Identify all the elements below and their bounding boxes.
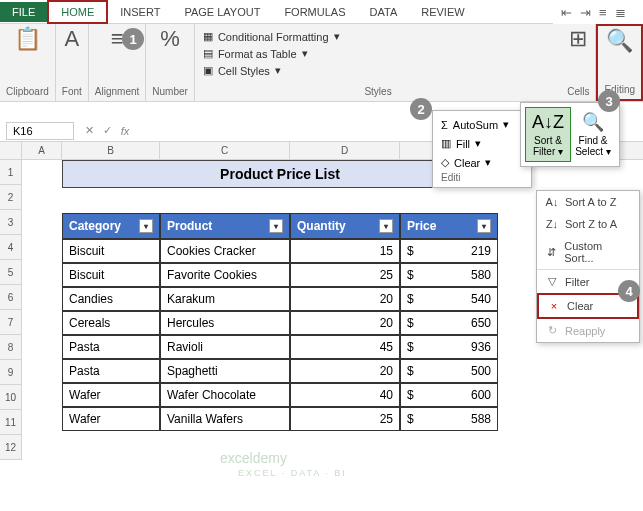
cell-product[interactable]: Ravioli xyxy=(160,335,290,359)
cell-product[interactable]: Hercules xyxy=(160,311,290,335)
cell-quantity[interactable]: 40 xyxy=(290,383,400,407)
sort-za-item[interactable]: Z↓Sort Z to A xyxy=(537,213,639,235)
group-editing[interactable]: 🔍 Editing xyxy=(596,24,643,101)
cell-quantity[interactable]: 25 xyxy=(290,263,400,287)
cell-price[interactable]: $219 xyxy=(400,239,498,263)
row-8[interactable]: 8 xyxy=(0,335,22,360)
decrease-indent-icon[interactable]: ⇤ xyxy=(561,5,572,20)
cell-product[interactable]: Wafer Chocolate xyxy=(160,383,290,407)
eraser-icon: ◇ xyxy=(441,156,449,169)
cell-product[interactable]: Vanilla Wafers xyxy=(160,407,290,431)
custom-sort-item[interactable]: ⇵Custom Sort... xyxy=(537,235,639,269)
table-row[interactable]: BiscuitFavorite Cookies25$580 xyxy=(62,263,498,287)
name-box[interactable]: K16 xyxy=(6,122,74,140)
filter-button-quantity[interactable]: ▾ xyxy=(379,219,393,233)
cell-quantity[interactable]: 20 xyxy=(290,359,400,383)
group-number[interactable]: % Number xyxy=(146,24,195,101)
fill-button[interactable]: ▥Fill ▾ xyxy=(437,134,527,153)
cell-price[interactable]: $500 xyxy=(400,359,498,383)
tab-insert[interactable]: INSERT xyxy=(108,2,172,22)
tab-formulas[interactable]: FORMULAS xyxy=(272,2,357,22)
table-row[interactable]: WaferWafer Chocolate40$600 xyxy=(62,383,498,407)
find-select-label: Find & Select xyxy=(575,135,607,157)
format-as-table-button[interactable]: ▤Format as Table ▾ xyxy=(203,45,553,62)
cell-category[interactable]: Candies xyxy=(62,287,160,311)
col-d[interactable]: D xyxy=(290,142,400,159)
filter-button-price[interactable]: ▾ xyxy=(477,219,491,233)
row-7[interactable]: 7 xyxy=(0,310,22,335)
bullets-icon[interactable]: ≡ xyxy=(599,5,607,20)
row-6[interactable]: 6 xyxy=(0,285,22,310)
font-label: Font xyxy=(62,86,82,97)
find-select-button[interactable]: 🔍 Find & Select ▾ xyxy=(571,107,615,162)
conditional-formatting-button[interactable]: ▦Conditional Formatting ▾ xyxy=(203,28,553,45)
cell-quantity[interactable]: 25 xyxy=(290,407,400,431)
fx-button[interactable]: fx xyxy=(116,125,134,137)
table-row[interactable]: CerealsHercules20$650 xyxy=(62,311,498,335)
clear-button[interactable]: ◇Clear ▾ xyxy=(437,153,527,172)
cell-product[interactable]: Karakum xyxy=(160,287,290,311)
tab-home[interactable]: HOME xyxy=(47,0,108,24)
th-price: Price▾ xyxy=(400,213,498,239)
table-row[interactable]: PastaRavioli45$936 xyxy=(62,335,498,359)
cell-quantity[interactable]: 15 xyxy=(290,239,400,263)
table-row[interactable]: BiscuitCookies Cracker15$219 xyxy=(62,239,498,263)
numbering-icon[interactable]: ≣ xyxy=(615,5,626,20)
filter-button-product[interactable]: ▾ xyxy=(269,219,283,233)
col-a[interactable]: A xyxy=(22,142,62,159)
cell-price[interactable]: $540 xyxy=(400,287,498,311)
sort-filter-button[interactable]: A↓Z Sort & Filter ▾ xyxy=(525,107,571,162)
cell-quantity[interactable]: 20 xyxy=(290,311,400,335)
group-font[interactable]: A Font xyxy=(56,24,89,101)
table-row[interactable]: CandiesKarakum20$540 xyxy=(62,287,498,311)
row-3[interactable]: 3 xyxy=(0,210,22,235)
cell-price[interactable]: $936 xyxy=(400,335,498,359)
group-clipboard[interactable]: 📋 Clipboard xyxy=(0,24,56,101)
cell-price[interactable]: $650 xyxy=(400,311,498,335)
cell-price[interactable]: $588 xyxy=(400,407,498,431)
tab-page-layout[interactable]: PAGE LAYOUT xyxy=(172,2,272,22)
cell-price[interactable]: $600 xyxy=(400,383,498,407)
filter-button-category[interactable]: ▾ xyxy=(139,219,153,233)
row-2[interactable]: 2 xyxy=(0,185,22,210)
cond-icon: ▦ xyxy=(203,30,213,43)
cell-category[interactable]: Pasta xyxy=(62,359,160,383)
autosum-button[interactable]: ΣAutoSum ▾ xyxy=(437,115,527,134)
cell-product[interactable]: Favorite Cookies xyxy=(160,263,290,287)
tab-review[interactable]: REVIEW xyxy=(409,2,476,22)
cell-quantity[interactable]: 45 xyxy=(290,335,400,359)
row-4[interactable]: 4 xyxy=(0,235,22,260)
sort-az-item[interactable]: A↓Sort A to Z xyxy=(537,191,639,213)
cell-product[interactable]: Cookies Cracker xyxy=(160,239,290,263)
reapply-label: Reapply xyxy=(565,325,605,337)
row-10[interactable]: 10 xyxy=(0,385,22,410)
row-1[interactable]: 1 xyxy=(0,160,22,185)
cancel-button[interactable]: ✕ xyxy=(80,124,98,137)
enter-button[interactable]: ✓ xyxy=(98,124,116,137)
tab-file[interactable]: FILE xyxy=(0,2,47,22)
increase-indent-icon[interactable]: ⇥ xyxy=(580,5,591,20)
reapply-item[interactable]: ↻Reapply xyxy=(537,319,639,342)
cell-quantity[interactable]: 20 xyxy=(290,287,400,311)
table-row[interactable]: WaferVanilla Wafers25$588 xyxy=(62,407,498,431)
row-9[interactable]: 9 xyxy=(0,360,22,385)
cell-price[interactable]: $580 xyxy=(400,263,498,287)
cell-category[interactable]: Wafer xyxy=(62,383,160,407)
select-all-cell[interactable] xyxy=(0,142,22,159)
col-c[interactable]: C xyxy=(160,142,290,159)
cell-category[interactable]: Cereals xyxy=(62,311,160,335)
cell-category[interactable]: Pasta xyxy=(62,335,160,359)
group-cells[interactable]: ⊞ Cells xyxy=(561,24,596,101)
cell-category[interactable]: Biscuit xyxy=(62,263,160,287)
tab-data[interactable]: DATA xyxy=(358,2,410,22)
cell-product[interactable]: Spaghetti xyxy=(160,359,290,383)
row-11[interactable]: 11 xyxy=(0,410,22,435)
cell-category[interactable]: Wafer xyxy=(62,407,160,431)
row-12[interactable]: 12 xyxy=(0,435,22,460)
cell-styles-button[interactable]: ▣Cell Styles ▾ xyxy=(203,62,553,79)
th-product-label: Product xyxy=(167,219,212,233)
row-5[interactable]: 5 xyxy=(0,260,22,285)
table-row[interactable]: PastaSpaghetti20$500 xyxy=(62,359,498,383)
cell-category[interactable]: Biscuit xyxy=(62,239,160,263)
col-b[interactable]: B xyxy=(62,142,160,159)
